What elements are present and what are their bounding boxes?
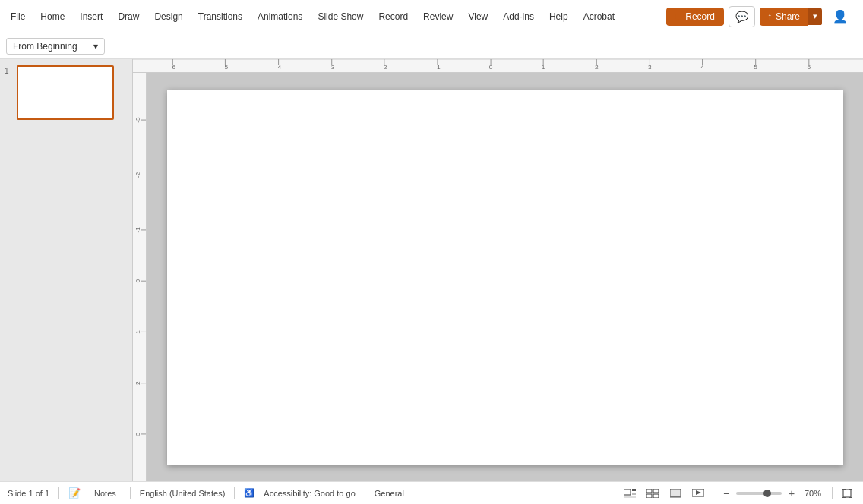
menu-draw[interactable]: Draw [110, 8, 147, 25]
slide-canvas [147, 73, 863, 481]
zoom-slider-track[interactable] [736, 492, 782, 495]
zoom-out-button[interactable]: − [719, 487, 733, 500]
canvas-area: -3 -2 -1 0 1 2 3 [133, 73, 863, 481]
notes-icon: 📝 [68, 487, 81, 499]
share-button-group: ↑ Share ▾ [760, 8, 822, 26]
main-area: 1 -6 -5 -4 -3 -2 -1 0 1 2 3 4 [0, 59, 863, 481]
menu-items: File Home Insert Draw Design Transitions… [3, 8, 666, 25]
share-dropdown-button[interactable]: ▾ [808, 8, 822, 25]
menu-record[interactable]: Record [371, 8, 416, 25]
ruler-and-canvas: -6 -5 -4 -3 -2 -1 0 1 2 3 4 5 6 [133, 59, 863, 481]
menu-help[interactable]: Help [542, 8, 576, 25]
slide-item: 1 [5, 65, 128, 120]
share-label: Share [776, 11, 800, 22]
share-main-button[interactable]: ↑ Share [760, 8, 808, 26]
notes-label: Notes [94, 489, 116, 498]
zoom-slider-thumb[interactable] [763, 490, 771, 497]
menu-insert[interactable]: Insert [72, 8, 110, 25]
svg-text:-3: -3 [134, 117, 141, 123]
status-separator-3 [234, 487, 235, 499]
share-icon: ↑ [767, 11, 772, 22]
normal-view-button[interactable] [621, 485, 638, 502]
slide-sorter-icon [646, 489, 659, 498]
svg-text:-1: -1 [134, 227, 141, 233]
svg-rect-49 [653, 489, 659, 493]
svg-rect-45 [632, 489, 636, 491]
slide-thumbnail[interactable] [17, 65, 114, 120]
record-button[interactable]: Record [666, 8, 724, 26]
menu-addins[interactable]: Add-ins [495, 8, 542, 25]
svg-rect-50 [646, 494, 652, 498]
svg-rect-59 [842, 489, 842, 493]
svg-text:2: 2 [134, 381, 141, 385]
person-icon: 👤 [833, 10, 848, 23]
menu-slideshow[interactable]: Slide Show [310, 8, 371, 25]
status-separator-5 [713, 487, 713, 499]
vertical-ruler: -3 -2 -1 0 1 2 3 [133, 73, 147, 481]
accessibility-text: Accessibility: Good to go [264, 489, 355, 498]
svg-rect-65 [852, 494, 852, 498]
record-dot-icon [675, 14, 681, 20]
menu-file[interactable]: File [3, 8, 33, 25]
presenter-view-icon [692, 489, 704, 498]
menu-animations[interactable]: Animations [250, 8, 310, 25]
slideshow-dropdown[interactable]: From Beginning ▾ [6, 38, 105, 55]
zoom-in-button[interactable]: + [785, 487, 798, 500]
svg-rect-44 [624, 489, 631, 495]
svg-rect-57 [843, 490, 851, 497]
toolbar-row: From Beginning ▾ [0, 33, 863, 59]
slide-info: Slide 1 of 1 [8, 489, 49, 498]
svg-text:3: 3 [134, 432, 141, 436]
slide-panel: 1 [0, 59, 133, 481]
comment-icon: 💬 [735, 11, 748, 23]
slide-sorter-button[interactable] [644, 485, 661, 502]
comment-button[interactable]: 💬 [729, 6, 755, 27]
svg-rect-53 [671, 490, 680, 496]
reading-view-icon [670, 489, 681, 498]
profile-button[interactable]: 👤 [827, 5, 854, 27]
svg-rect-47 [624, 496, 636, 498]
status-separator-6 [832, 487, 833, 499]
status-separator-2 [130, 487, 131, 499]
normal-view-icon [624, 489, 636, 498]
slide-content[interactable] [167, 90, 843, 465]
menu-home[interactable]: Home [33, 8, 72, 25]
share-arrow-icon: ▾ [813, 11, 817, 20]
header-right: Record 💬 ↑ Share ▾ 👤 [666, 5, 860, 27]
svg-text:-2: -2 [134, 172, 141, 178]
svg-rect-61 [852, 489, 852, 493]
presenter-view-button[interactable] [690, 485, 707, 502]
status-bar: Slide 1 of 1 📝 Notes English (United Sta… [0, 481, 863, 504]
accessibility-icon: ♿ [244, 488, 254, 498]
svg-text:1: 1 [134, 330, 141, 334]
v-ruler-svg: -3 -2 -1 0 1 2 3 [133, 73, 147, 481]
menu-view[interactable]: View [460, 8, 495, 25]
zoom-percent: 70% [805, 489, 826, 498]
slide-number: 1 [5, 65, 14, 75]
fit-slide-button[interactable] [839, 485, 855, 502]
fit-slide-icon [842, 489, 852, 498]
status-separator-4 [365, 487, 365, 499]
status-right: − + 70% [621, 485, 855, 502]
status-separator-1 [58, 487, 59, 499]
svg-rect-48 [646, 489, 652, 493]
svg-marker-56 [696, 490, 701, 495]
reading-view-button[interactable] [667, 485, 684, 502]
h-ruler-svg: -6 -5 -4 -3 -2 -1 0 1 2 3 4 5 6 [133, 59, 863, 73]
zoom-control: − + [719, 487, 798, 500]
general-text: General [375, 489, 404, 498]
svg-rect-46 [632, 493, 636, 495]
menu-design[interactable]: Design [147, 8, 190, 25]
svg-rect-54 [670, 496, 681, 498]
svg-rect-28 [133, 73, 147, 481]
notes-button[interactable]: Notes [90, 487, 121, 499]
horizontal-ruler: -6 -5 -4 -3 -2 -1 0 1 2 3 4 5 6 [133, 59, 863, 73]
language-text: English (United States) [140, 489, 226, 498]
dropdown-label: From Beginning [13, 41, 77, 52]
menu-review[interactable]: Review [416, 8, 460, 25]
status-left: Slide 1 of 1 📝 Notes English (United Sta… [8, 487, 404, 499]
svg-text:0: 0 [134, 279, 141, 282]
svg-rect-51 [653, 494, 659, 498]
menu-acrobat[interactable]: Acrobat [576, 8, 622, 25]
menu-transitions[interactable]: Transitions [191, 8, 250, 25]
